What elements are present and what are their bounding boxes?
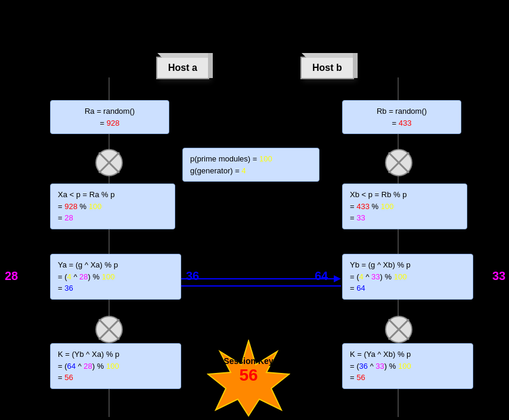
xa-ra: 928 <box>64 202 77 211</box>
ka-p: 100 <box>106 362 119 371</box>
host-b-xb-line2: = 433 % 100 <box>350 201 460 213</box>
host-b-random-value: 433 <box>399 119 412 127</box>
circle-x-left-top <box>94 148 124 178</box>
host-a-random-value: 928 <box>107 119 120 127</box>
host-a-ka-line3: = 56 <box>58 372 173 384</box>
circle-x-left-bottom <box>94 315 124 344</box>
host-b-random-line1: Rb = random() <box>350 105 454 117</box>
xa-value: 28 <box>64 213 73 222</box>
svg-marker-3 <box>334 275 341 282</box>
host-a-xa-line1: Xa < p = Ra % p <box>58 189 167 201</box>
host-b-box: Host b <box>300 57 354 79</box>
ka-yb: 64 <box>67 362 76 371</box>
host-a-ya-box: Ya = (g ^ Xa) % p = (4 ^ 28) % 100 = 36 <box>50 254 181 300</box>
host-a-ka-line1: K = (Yb ^ Xa) % p <box>58 349 173 360</box>
host-a-random-line1: Ra = random() <box>58 105 162 117</box>
host-a-box: Host a <box>156 57 209 79</box>
host-b-label: Host b <box>312 63 342 73</box>
xa-p: 100 <box>89 202 102 211</box>
host-a-ka-line2: = (64 ^ 28) % 100 <box>58 360 173 372</box>
xb-p: 100 <box>381 202 394 211</box>
host-a-xa-line2: = 928 % 100 <box>58 201 167 213</box>
ka-xa: 28 <box>83 362 92 371</box>
host-b-kb-line1: K = (Ya ^ Xb) % p <box>350 349 465 360</box>
kb-ya: 36 <box>359 362 368 371</box>
ya-value: 36 <box>64 284 73 293</box>
host-b-yb-line2: = (4 ^ 33) % 100 <box>350 271 465 283</box>
xb-rb: 433 <box>356 202 370 211</box>
ya-p: 100 <box>102 272 115 281</box>
host-b-kb-line3: = 56 <box>350 372 465 384</box>
host-a-ka-box: K = (Yb ^ Xa) % p = (64 ^ 28) % 100 = 56 <box>50 343 181 389</box>
shared-p-line: p(prime modules) = 100 <box>190 153 312 165</box>
ya-g: 4 <box>67 272 72 281</box>
session-key-text: Session Key 56 <box>207 356 290 385</box>
yb-value: 64 <box>356 284 365 293</box>
g-value: 4 <box>241 166 246 175</box>
host-b-yb-line3: = 64 <box>350 282 465 294</box>
xb-value: 33 <box>356 213 365 222</box>
yb-xb: 33 <box>371 272 380 281</box>
host-a-random-box: Ra = random() = 928 <box>50 100 169 134</box>
side-label-center-left: 36 <box>186 269 199 283</box>
host-a-label: Host a <box>168 63 197 73</box>
yb-p: 100 <box>394 272 407 281</box>
host-a-ya-line1: Ya = (g ^ Xa) % p <box>58 259 173 271</box>
yb-g: 4 <box>359 272 364 281</box>
diagram: Host a Host b Ra = random() = 928 Rb = r… <box>0 0 509 420</box>
shared-g-line: g(generator) = 4 <box>190 165 312 177</box>
host-b-yb-box: Yb = (g ^ Xb) % p = (4 ^ 33) % 100 = 64 <box>342 254 473 300</box>
kb-p: 100 <box>398 362 411 371</box>
p-value: 100 <box>259 154 272 163</box>
side-label-center-right: 64 <box>315 269 328 283</box>
host-b-random-line2: = 433 <box>350 117 454 129</box>
host-b-xb-box: Xb < p = Rb % p = 433 % 100 = 33 <box>342 183 467 229</box>
host-a-xa-line3: = 28 <box>58 212 167 224</box>
host-a-ya-line2: = (4 ^ 28) % 100 <box>58 271 173 283</box>
shared-params-box: p(prime modules) = 100 g(generator) = 4 <box>182 148 319 182</box>
host-b-xb-line3: = 33 <box>350 212 460 224</box>
host-b-random-box: Rb = random() = 433 <box>342 100 461 134</box>
host-b-kb-line2: = (36 ^ 33) % 100 <box>350 360 465 372</box>
circle-x-right-bottom <box>384 315 414 344</box>
host-a-ya-line3: = 36 <box>58 282 173 294</box>
ya-xa: 28 <box>79 272 88 281</box>
host-a-random-line2: = 928 <box>58 117 162 129</box>
ka-value: 56 <box>64 373 73 382</box>
host-b-yb-line1: Yb = (g ^ Xb) % p <box>350 259 465 271</box>
kb-value: 56 <box>356 373 365 382</box>
host-b-kb-box: K = (Ya ^ Xb) % p = (36 ^ 33) % 100 = 56 <box>342 343 473 389</box>
kb-xb: 33 <box>375 362 384 371</box>
side-label-right: 33 <box>492 269 505 283</box>
session-key-value: 56 <box>207 366 290 385</box>
circle-x-right-top <box>384 148 414 178</box>
session-key-container: Session Key 56 <box>207 340 290 419</box>
session-key-label: Session Key <box>207 356 290 366</box>
host-b-xb-line1: Xb < p = Rb % p <box>350 189 460 201</box>
side-label-left: 28 <box>5 269 18 283</box>
host-a-xa-box: Xa < p = Ra % p = 928 % 100 = 28 <box>50 183 175 229</box>
